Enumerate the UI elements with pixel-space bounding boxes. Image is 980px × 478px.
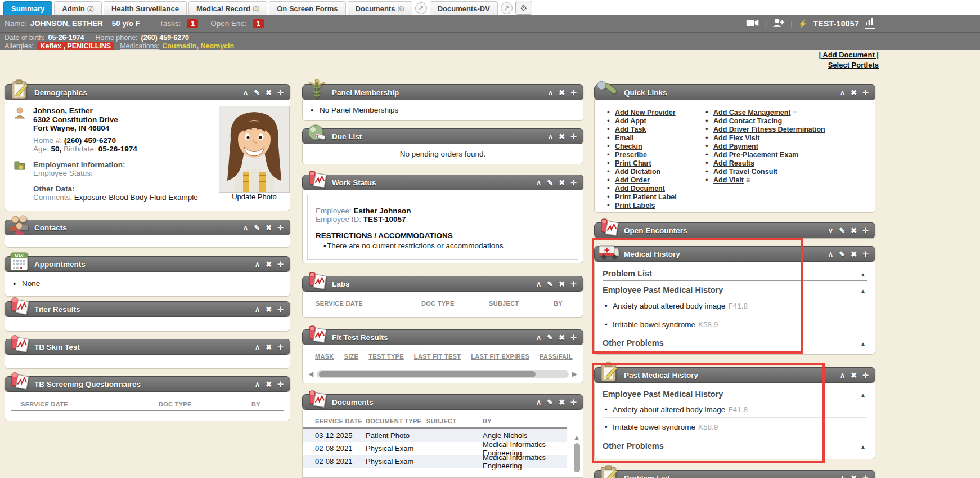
col-subject[interactable]: SUBJECT — [426, 418, 483, 425]
chart-stats-icon[interactable] — [865, 17, 875, 29]
col-last-fit-expires[interactable]: LAST FIT EXPIRES — [471, 353, 529, 360]
portlet-header[interactable]: Fit Test Results ∧✎✖✛ — [302, 329, 583, 345]
collapse-icon[interactable]: ∧ — [840, 371, 846, 379]
section-employee-past-medical-history[interactable]: Employee Past Medical History▲ — [603, 383, 867, 401]
section-collapse-icon[interactable]: ▲ — [860, 271, 866, 278]
scroll-up-icon[interactable]: ▲ — [573, 434, 580, 441]
move-icon[interactable]: ✛ — [570, 333, 577, 342]
section-problem-list[interactable]: Problem List▲ — [603, 262, 867, 281]
section-collapse-icon[interactable]: ▲ — [860, 392, 866, 398]
quick-link[interactable]: Prescribe — [607, 150, 677, 159]
quick-link[interactable]: Add Visit≡ — [705, 176, 825, 184]
close-icon[interactable]: ✖ — [266, 224, 272, 232]
open-documents-external-icon[interactable]: ↗ — [415, 2, 427, 14]
close-icon[interactable]: ✖ — [266, 343, 272, 351]
update-photo-link[interactable]: Update Photo — [232, 193, 277, 201]
edit-icon[interactable]: ✎ — [547, 280, 553, 288]
move-icon[interactable]: ✛ — [277, 260, 284, 269]
collapse-icon[interactable]: ∧ — [828, 250, 834, 258]
edit-icon[interactable]: ✎ — [547, 178, 553, 187]
add-person-icon[interactable] — [772, 18, 785, 29]
collapse-icon[interactable]: ∧ — [255, 343, 260, 351]
horizontal-scrollbar[interactable]: ◀ ▶ — [308, 370, 577, 378]
quick-link[interactable]: Add New Provider — [607, 108, 677, 117]
quick-link[interactable]: Add Appt — [607, 117, 677, 125]
tab-documents[interactable]: Documents(6) — [348, 1, 412, 15]
portlet-header[interactable]: Medical History ∧✎✖✛ — [594, 246, 875, 262]
col-service-date[interactable]: SERVICE DATE — [11, 401, 159, 408]
section-other-problems[interactable]: Other Problems▲ — [603, 436, 867, 453]
collapse-icon[interactable]: ∧ — [536, 398, 542, 406]
quick-link[interactable]: Add Document — [607, 184, 677, 193]
move-icon[interactable]: ✛ — [277, 88, 284, 97]
col-by[interactable]: BY — [251, 401, 260, 408]
move-icon[interactable]: ✛ — [277, 343, 284, 351]
medications-label[interactable]: Medications: — [120, 42, 159, 50]
collapse-icon[interactable]: ∧ — [548, 88, 554, 97]
col-last-fit-test[interactable]: LAST FIT TEST — [414, 353, 461, 360]
quick-link[interactable]: Print Patient Label — [607, 193, 677, 201]
close-icon[interactable]: ✖ — [266, 380, 272, 388]
quick-link[interactable]: Add Contact Tracing — [705, 117, 825, 125]
video-call-icon[interactable] — [746, 19, 759, 29]
portlet-header[interactable]: Labs ∧✎✖✛ — [302, 276, 583, 292]
section-other-problems[interactable]: Other Problems▲ — [603, 333, 867, 350]
close-icon[interactable]: ✖ — [851, 474, 857, 478]
quick-link[interactable]: Add Task — [607, 125, 677, 133]
edit-icon[interactable]: ✎ — [254, 88, 260, 97]
scrollbar-thumb[interactable] — [319, 371, 536, 377]
move-icon[interactable]: ✛ — [277, 380, 284, 388]
quick-link[interactable]: Add Results — [705, 159, 825, 167]
collapse-icon[interactable]: ∧ — [840, 474, 846, 478]
col-mask[interactable]: MASK — [315, 353, 334, 360]
collapse-icon[interactable]: ∧ — [243, 224, 249, 232]
portlet-header[interactable]: MAY Appointments ∧✖✛ — [5, 256, 290, 272]
move-icon[interactable]: ✛ — [277, 224, 284, 232]
tasks-count-badge[interactable]: 1 — [187, 19, 198, 28]
portlet-header[interactable]: Due List ∧✖✛ — [302, 128, 583, 144]
edit-icon[interactable]: ✎ — [254, 224, 260, 232]
collapse-icon[interactable]: ∧ — [536, 333, 542, 342]
portlet-header[interactable]: Demographics ∧✎✖✛ — [5, 84, 290, 100]
open-documents-dv-external-icon[interactable]: ↗ — [501, 2, 513, 14]
close-icon[interactable]: ✖ — [851, 371, 857, 379]
portlet-header[interactable]: TB Screening Questionnaires ∧✖✛ — [5, 376, 290, 392]
close-icon[interactable]: ✖ — [559, 398, 565, 406]
quick-link[interactable]: Add Case Management≡ — [705, 108, 825, 117]
close-icon[interactable]: ✖ — [266, 260, 272, 269]
scroll-left-icon[interactable]: ◀ — [308, 370, 313, 378]
collapse-icon[interactable]: ∧ — [255, 305, 260, 314]
quick-link[interactable]: Checkin — [607, 142, 677, 150]
col-by[interactable]: BY — [554, 300, 563, 307]
move-icon[interactable]: ✛ — [570, 132, 577, 141]
close-icon[interactable]: ✖ — [559, 178, 565, 187]
vertical-scrollbar[interactable]: ▲ — [573, 434, 581, 478]
tab-admin[interactable]: Admin(2) — [54, 1, 102, 15]
collapse-icon[interactable]: ∧ — [243, 88, 249, 97]
allergies-badge[interactable]: Keflex , PENICILLINS — [37, 42, 114, 50]
quick-link[interactable]: Add Payment — [705, 142, 825, 150]
portlet-header[interactable]: Titer Results ∧✖✛ — [5, 301, 290, 317]
quick-link[interactable]: Email — [607, 133, 677, 142]
add-document-link[interactable]: | Add Document | — [819, 51, 879, 59]
move-icon[interactable]: ✛ — [862, 226, 869, 235]
quick-link[interactable]: Add Order — [607, 176, 677, 184]
quick-link[interactable]: Add Pre-Placement Exam — [705, 150, 825, 159]
move-icon[interactable]: ✛ — [862, 371, 869, 379]
quick-link[interactable]: Add Driver Fitness Determination — [705, 125, 825, 133]
close-icon[interactable]: ✖ — [266, 305, 272, 314]
medications-value[interactable]: Coumadin, Neomycin — [162, 42, 234, 50]
close-icon[interactable]: ✖ — [266, 88, 272, 97]
settings-gear-button[interactable]: ⚙ — [515, 1, 532, 15]
lightning-icon[interactable]: ⚡ — [798, 19, 808, 28]
history-item[interactable]: Irritable bowel syndromeK58.9 — [603, 315, 867, 333]
move-icon[interactable]: ✛ — [570, 88, 577, 97]
col-by[interactable]: BY — [483, 418, 567, 425]
quick-link[interactable]: Add Flex Visit — [705, 133, 825, 142]
history-item[interactable]: Irritable bowel syndromeK58.9 — [603, 418, 867, 436]
close-icon[interactable]: ✖ — [851, 88, 857, 97]
portlet-header[interactable]: Quick Links ∧✖✛ — [594, 84, 875, 100]
edit-icon[interactable]: ✎ — [839, 250, 845, 258]
edit-icon[interactable]: ✎ — [547, 333, 553, 342]
select-portlets-link[interactable]: Select Portlets — [828, 61, 879, 69]
